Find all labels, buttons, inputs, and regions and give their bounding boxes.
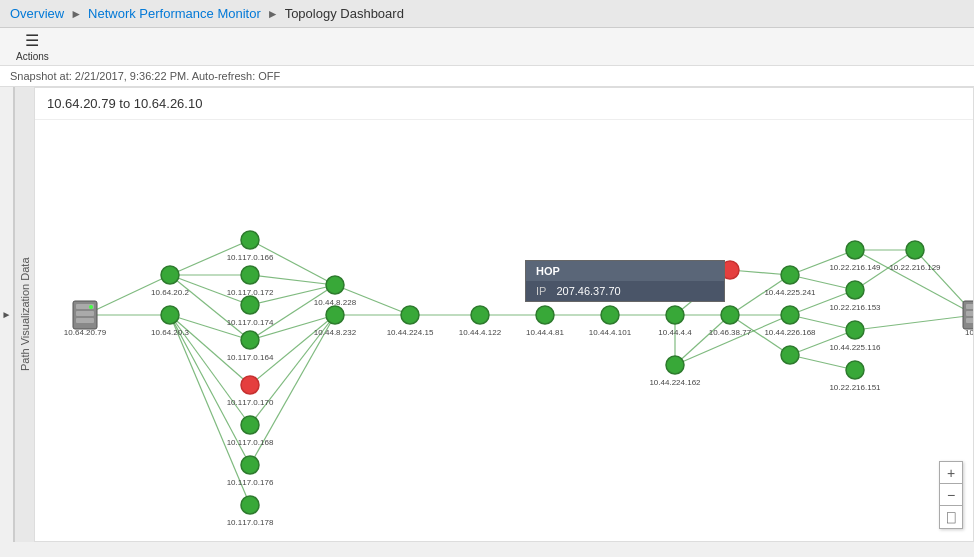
svg-point-103	[906, 241, 924, 259]
svg-text:10.44.225.116: 10.44.225.116	[829, 343, 881, 352]
svg-text:10.64: 10.64	[965, 328, 973, 337]
breadcrumb-topology: Topology Dashboard	[285, 6, 404, 21]
svg-point-63	[241, 376, 259, 394]
svg-text:10.44.224.15: 10.44.224.15	[387, 328, 434, 337]
svg-text:10.117.0.168: 10.117.0.168	[227, 438, 274, 447]
svg-point-83	[666, 306, 684, 324]
svg-text:10.117.0.170: 10.117.0.170	[227, 398, 274, 407]
svg-text:10.64.20.2: 10.64.20.2	[151, 288, 189, 297]
svg-text:10.44.4.122: 10.44.4.122	[459, 328, 502, 337]
breadcrumb: Overview ► Network Performance Monitor ►…	[0, 0, 974, 28]
svg-text:10.117.0.178: 10.117.0.178	[227, 518, 274, 527]
svg-point-53	[161, 306, 179, 324]
breadcrumb-sep-1: ►	[70, 7, 82, 21]
svg-point-88	[721, 306, 739, 324]
svg-line-28	[675, 315, 730, 365]
svg-text:10.22.216.149: 10.22.216.149	[829, 263, 881, 272]
svg-text:10.44.226.168: 10.44.226.168	[764, 328, 816, 337]
side-panel-label: Path Visualization Data	[14, 87, 34, 542]
breadcrumb-npm[interactable]: Network Performance Monitor	[88, 6, 261, 21]
topology-panel: 10.64.20.79 to 10.64.26.10 10.64.20.7910…	[34, 87, 974, 542]
svg-text:10.44.225.241: 10.44.225.241	[764, 288, 816, 297]
toolbar: ☰ Actions	[0, 28, 974, 66]
svg-text:10.117.0.176: 10.117.0.176	[227, 478, 274, 487]
svg-text:10.44.4.4: 10.44.4.4	[658, 328, 692, 337]
topology-canvas[interactable]: 10.64.20.7910.64.20.210.64.20.310.117.0.…	[35, 120, 973, 539]
svg-point-55	[241, 231, 259, 249]
main-content: ► Path Visualization Data 10.64.20.79 to…	[0, 87, 974, 542]
svg-line-10	[170, 315, 250, 505]
svg-point-97	[846, 281, 864, 299]
svg-line-12	[250, 275, 335, 285]
svg-point-101	[846, 361, 864, 379]
svg-point-75	[401, 306, 419, 324]
actions-icon: ☰	[25, 31, 39, 50]
hop-tooltip-ip-row: IP 207.46.37.70	[526, 281, 724, 301]
svg-text:10.44.4.81: 10.44.4.81	[526, 328, 564, 337]
svg-text:10.44.8.232: 10.44.8.232	[314, 328, 357, 337]
svg-point-61	[241, 331, 259, 349]
svg-point-94	[781, 346, 799, 364]
svg-line-44	[855, 315, 973, 330]
svg-rect-47	[76, 311, 94, 316]
svg-point-67	[241, 456, 259, 474]
svg-rect-106	[966, 304, 973, 309]
svg-text:10.44.224.162: 10.44.224.162	[649, 378, 701, 387]
snapshot-text: Snapshot at: 2/21/2017, 9:36:22 PM. Auto…	[10, 70, 280, 82]
svg-text:10.117.0.166: 10.117.0.166	[227, 253, 274, 262]
svg-text:10.22.216.129: 10.22.216.129	[889, 263, 941, 272]
hop-ip-key: IP	[536, 285, 546, 297]
svg-point-49	[89, 305, 93, 309]
breadcrumb-overview[interactable]: Overview	[10, 6, 64, 21]
svg-point-57	[241, 266, 259, 284]
svg-point-59	[241, 296, 259, 314]
svg-point-95	[846, 241, 864, 259]
zoom-controls: + − ⎕	[939, 461, 963, 529]
zoom-fit-button[interactable]: ⎕	[940, 506, 962, 528]
svg-point-65	[241, 416, 259, 434]
hop-tooltip-header: HOP	[526, 261, 724, 281]
hop-ip-value: 207.46.37.70	[556, 285, 620, 297]
svg-line-39	[790, 355, 855, 370]
zoom-in-button[interactable]: +	[940, 462, 962, 484]
svg-point-79	[536, 306, 554, 324]
svg-rect-107	[966, 311, 973, 316]
svg-point-51	[161, 266, 179, 284]
svg-rect-48	[76, 318, 94, 323]
svg-text:10.22.216.153: 10.22.216.153	[829, 303, 881, 312]
svg-point-92	[781, 306, 799, 324]
snapshot-bar: Snapshot at: 2/21/2017, 9:36:22 PM. Auto…	[0, 66, 974, 87]
svg-text:10.117.0.174: 10.117.0.174	[227, 318, 274, 327]
svg-point-77	[471, 306, 489, 324]
svg-point-90	[781, 266, 799, 284]
svg-point-85	[666, 356, 684, 374]
breadcrumb-sep-2: ►	[267, 7, 279, 21]
svg-line-11	[250, 240, 335, 285]
svg-text:10.22.216.151: 10.22.216.151	[829, 383, 881, 392]
actions-label: Actions	[16, 51, 49, 62]
svg-rect-108	[966, 318, 973, 323]
svg-text:10.64.20.3: 10.64.20.3	[151, 328, 189, 337]
svg-point-71	[326, 276, 344, 294]
svg-point-81	[601, 306, 619, 324]
panel-collapse-arrow[interactable]: ►	[0, 87, 14, 542]
actions-button[interactable]: ☰ Actions	[10, 29, 55, 64]
svg-point-69	[241, 496, 259, 514]
path-title: 10.64.20.79 to 10.64.26.10	[35, 88, 973, 120]
svg-text:10.44.4.101: 10.44.4.101	[589, 328, 632, 337]
svg-text:10.117.0.164: 10.117.0.164	[227, 353, 274, 362]
svg-text:10.64.20.79: 10.64.20.79	[64, 328, 107, 337]
svg-text:10.46.38.77: 10.46.38.77	[709, 328, 752, 337]
zoom-out-button[interactable]: −	[940, 484, 962, 506]
hop-tooltip: HOP IP 207.46.37.70	[525, 260, 725, 302]
svg-point-73	[326, 306, 344, 324]
svg-point-99	[846, 321, 864, 339]
topology-svg: 10.64.20.7910.64.20.210.64.20.310.117.0.…	[35, 120, 973, 539]
